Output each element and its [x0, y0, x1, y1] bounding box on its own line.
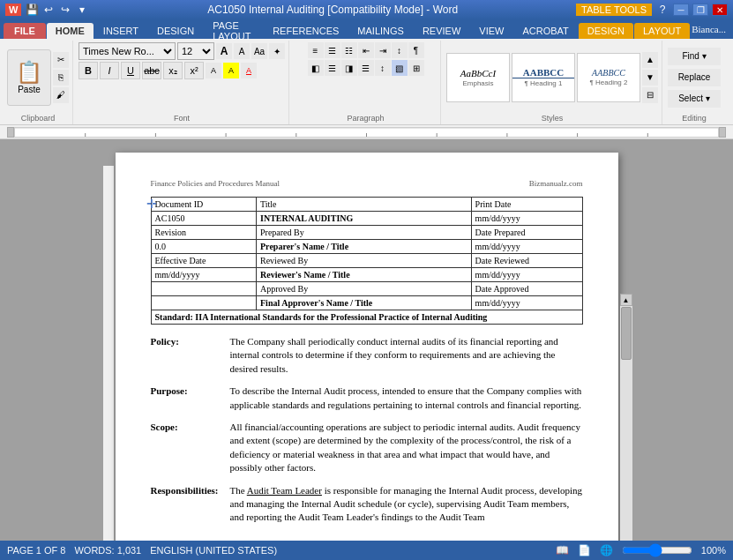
- paste-button[interactable]: 📋 Paste: [7, 49, 51, 106]
- language: ENGLISH (UNITED STATES): [150, 545, 277, 556]
- copy-btn[interactable]: ⎘: [53, 70, 69, 86]
- strikethrough-btn[interactable]: abc: [142, 62, 161, 79]
- view-read-btn[interactable]: 📖: [556, 544, 569, 556]
- tab-acrobat[interactable]: ACROBAT: [513, 23, 577, 39]
- show-formatting-btn[interactable]: ¶: [408, 42, 424, 58]
- title-bar: W 💾 ↩ ↪ ▾ AC1050 Internal Auditing [Comp…: [0, 0, 733, 19]
- table-cell: mm/dd/yyyy: [471, 296, 582, 310]
- ruler-right-margin[interactable]: [719, 127, 726, 138]
- close-btn[interactable]: ✕: [712, 4, 728, 16]
- cut-btn[interactable]: ✂: [53, 52, 69, 68]
- tab-home[interactable]: HOME: [47, 23, 93, 39]
- tab-review[interactable]: REVIEW: [414, 23, 469, 39]
- style-heading2[interactable]: AABBCC ¶ Heading 2: [577, 53, 640, 102]
- ruler-left-margin[interactable]: [7, 127, 14, 138]
- vertical-scrollbar[interactable]: ▲ ▼: [620, 294, 632, 541]
- save-quick-btn[interactable]: 💾: [25, 3, 39, 17]
- styles-scroll-down-btn[interactable]: ▼: [642, 70, 658, 86]
- heading2-preview: AABBCC: [578, 68, 640, 78]
- tab-design2[interactable]: DESIGN: [579, 23, 633, 39]
- help-btn[interactable]: ?: [655, 3, 669, 17]
- table-row: Final Approver's Name / Title mm/dd/yyyy: [151, 296, 582, 310]
- font-family-select[interactable]: Times New Ro...: [79, 42, 176, 60]
- view-web-btn[interactable]: 🌐: [600, 544, 613, 556]
- tab-insert[interactable]: INSERT: [94, 23, 147, 39]
- font-color-btn[interactable]: A: [241, 63, 257, 78]
- change-case-btn[interactable]: Aa: [251, 43, 267, 59]
- vertical-ruler: [101, 153, 116, 527]
- tab-references[interactable]: REFERENCES: [264, 23, 348, 39]
- font-size-select[interactable]: 12: [177, 42, 214, 60]
- page-header: Finance Policies and Procedures Manual B…: [151, 179, 583, 188]
- table-cell-standard: Standard: IIA International Standards fo…: [151, 310, 582, 325]
- document-table[interactable]: Document ID Title Print Date AC1050 INTE…: [151, 197, 583, 325]
- document-area: Finance Policies and Procedures Manual B…: [0, 139, 733, 541]
- find-btn[interactable]: Find ▾: [668, 48, 721, 65]
- title-left: W 💾 ↩ ↪ ▾: [5, 3, 89, 17]
- ruler-inner: [14, 127, 719, 138]
- word-icon: W: [5, 4, 21, 16]
- quick-access-toolbar: 💾 ↩ ↪ ▾: [25, 3, 89, 17]
- zoom-slider[interactable]: [622, 543, 692, 557]
- grow-font-btn[interactable]: A: [216, 43, 232, 59]
- justify-btn[interactable]: ☰: [358, 60, 374, 76]
- multilevel-btn[interactable]: ☷: [341, 42, 357, 58]
- table-cell: [151, 282, 257, 296]
- clear-format-btn[interactable]: ✦: [269, 43, 285, 59]
- text-effects-btn[interactable]: A: [206, 63, 221, 78]
- undo-quick-btn[interactable]: ↩: [41, 3, 56, 17]
- superscript-btn[interactable]: x²: [184, 62, 204, 79]
- text-highlight-btn[interactable]: A: [223, 63, 239, 78]
- decrease-indent-btn[interactable]: ⇤: [358, 42, 374, 58]
- style-emphasis[interactable]: AaBbCcI Emphasis: [446, 53, 510, 102]
- tab-file[interactable]: FILE: [4, 23, 46, 39]
- bold-btn[interactable]: B: [79, 62, 98, 79]
- border-btn[interactable]: ⊞: [408, 60, 424, 76]
- tab-view[interactable]: VIEW: [470, 23, 512, 39]
- table-cell: [151, 296, 257, 310]
- redo-quick-btn[interactable]: ↪: [58, 3, 72, 17]
- view-print-btn[interactable]: 📄: [578, 544, 591, 556]
- style-heading1[interactable]: AABBCC ¶ Heading 1: [512, 53, 575, 102]
- table-cell: INTERNAL AUDITING: [257, 212, 472, 226]
- styles-more-btn[interactable]: ⊟: [642, 87, 658, 103]
- scrollbar-thumb[interactable]: [621, 307, 632, 360]
- bullets-btn[interactable]: ≡: [308, 42, 324, 58]
- paragraph-label: Paragraph: [347, 114, 384, 123]
- table-cell: mm/dd/yyyy: [151, 268, 257, 282]
- replace-btn[interactable]: Replace: [668, 69, 721, 86]
- subscript-btn[interactable]: x₂: [163, 62, 183, 79]
- numbering-btn[interactable]: ☰: [325, 42, 340, 58]
- minimize-btn[interactable]: ─: [673, 4, 689, 16]
- tab-page-layout[interactable]: PAGE LAYOUT: [204, 23, 263, 39]
- policy-section: Policy: The Company shall periodically c…: [151, 335, 583, 376]
- align-left-btn[interactable]: ◧: [308, 60, 324, 76]
- restore-btn[interactable]: ❐: [692, 4, 708, 16]
- ruler-marks: [15, 128, 718, 138]
- underline-btn[interactable]: U: [121, 62, 140, 79]
- select-btn[interactable]: Select ▾: [668, 90, 721, 108]
- font-group: Times New Ro... 12 A A Aa ✦ B I U abc x₂…: [75, 41, 289, 124]
- table-cell: Date Prepared: [471, 226, 582, 240]
- emphasis-label: Emphasis: [462, 79, 493, 87]
- italic-btn[interactable]: I: [100, 62, 119, 79]
- align-right-btn[interactable]: ◨: [341, 60, 357, 76]
- line-spacing-btn[interactable]: ↕: [375, 60, 391, 76]
- styles-scroll-up-btn[interactable]: ▲: [642, 52, 658, 68]
- table-cell: Print Date: [471, 198, 582, 212]
- sort-btn[interactable]: ↕: [392, 42, 408, 58]
- customize-quick-btn[interactable]: ▾: [75, 3, 89, 17]
- scroll-up-btn[interactable]: ▲: [620, 294, 632, 306]
- shrink-font-btn[interactable]: A: [234, 43, 250, 59]
- align-center-btn[interactable]: ☰: [325, 60, 340, 76]
- shading-btn[interactable]: ▧: [392, 60, 408, 76]
- format-painter-btn[interactable]: 🖌: [53, 87, 69, 103]
- tab-layout[interactable]: LAYOUT: [634, 23, 690, 39]
- purpose-content: To describe the Internal Audit process, …: [230, 385, 583, 412]
- increase-indent-btn[interactable]: ⇥: [375, 42, 391, 58]
- tab-mailings[interactable]: MAILINGS: [348, 23, 413, 39]
- table-move-handle[interactable]: ✛: [146, 197, 157, 212]
- table-cell: Approved By: [257, 282, 472, 296]
- tab-design[interactable]: DESIGN: [148, 23, 203, 39]
- table-cell: AC1050: [151, 212, 257, 226]
